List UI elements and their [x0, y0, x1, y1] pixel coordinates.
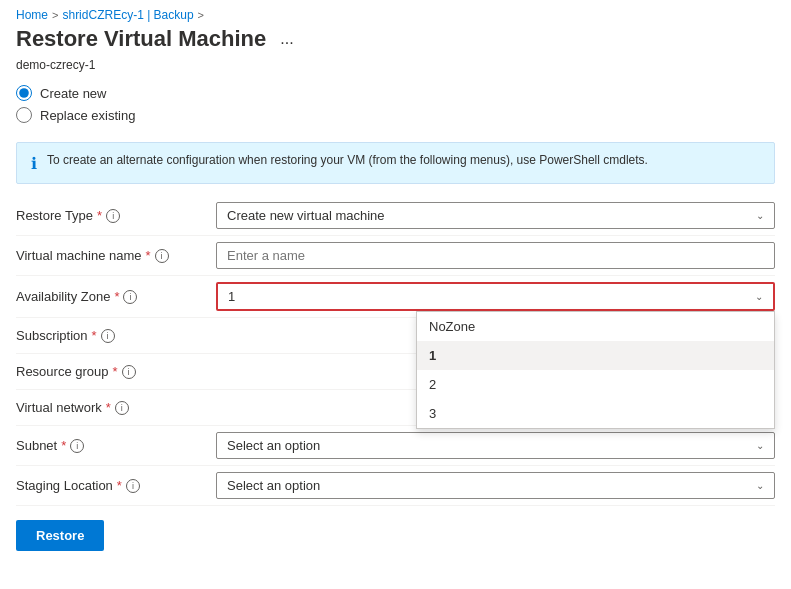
subscription-info-icon[interactable]: i — [101, 329, 115, 343]
staging-location-dropdown[interactable]: Select an option ⌄ — [216, 472, 775, 499]
staging-location-value: Select an option — [227, 478, 320, 493]
availability-zone-value: 1 — [228, 289, 235, 304]
restore-type-control: Create new virtual machine ⌄ — [216, 202, 775, 229]
az-option-nozone[interactable]: NoZone — [417, 312, 774, 341]
az-option-2[interactable]: 2 — [417, 370, 774, 399]
staging-location-label: Staging Location * i — [16, 478, 216, 493]
subnet-label: Subnet * i — [16, 438, 216, 453]
radio-replace-existing-label: Replace existing — [40, 108, 135, 123]
availability-zone-control: 1 ⌄ NoZone 1 2 3 — [216, 282, 775, 311]
required-asterisk-rg: * — [113, 364, 118, 379]
required-asterisk-vm: * — [146, 248, 151, 263]
availability-zone-dropdown[interactable]: 1 ⌄ — [216, 282, 775, 311]
subnet-info-icon[interactable]: i — [70, 439, 84, 453]
vm-name-input[interactable] — [216, 242, 775, 269]
restore-type-chevron: ⌄ — [756, 210, 764, 221]
resource-group-label: Resource group * i — [16, 364, 216, 379]
radio-replace-existing[interactable]: Replace existing — [16, 104, 775, 126]
breadcrumb: Home > shridCZREcy-1 | Backup > — [0, 0, 791, 26]
staging-location-control: Select an option ⌄ — [216, 472, 775, 499]
breadcrumb-sep-2: > — [198, 9, 204, 21]
breadcrumb-home[interactable]: Home — [16, 8, 48, 22]
staging-location-info-icon[interactable]: i — [126, 479, 140, 493]
restore-type-label: Restore Type * i — [16, 208, 216, 223]
ellipsis-button[interactable]: ... — [274, 28, 299, 50]
resource-group-info-icon[interactable]: i — [122, 365, 136, 379]
restore-button[interactable]: Restore — [16, 520, 104, 551]
required-asterisk-sub: * — [92, 328, 97, 343]
info-icon: ℹ — [31, 154, 37, 173]
form-row-vm-name: Virtual machine name * i — [16, 236, 775, 276]
form-row-restore-type: Restore Type * i Create new virtual mach… — [16, 196, 775, 236]
subnet-value: Select an option — [227, 438, 320, 453]
breadcrumb-sep-1: > — [52, 9, 58, 21]
restore-type-dropdown[interactable]: Create new virtual machine ⌄ — [216, 202, 775, 229]
subnet-control: Select an option ⌄ — [216, 432, 775, 459]
virtual-network-label: Virtual network * i — [16, 400, 216, 415]
required-asterisk-subnet: * — [61, 438, 66, 453]
required-asterisk: * — [97, 208, 102, 223]
radio-create-new-input[interactable] — [16, 85, 32, 101]
required-asterisk-vn: * — [106, 400, 111, 415]
form-row-subnet: Subnet * i Select an option ⌄ — [16, 426, 775, 466]
form-row-staging-location: Staging Location * i Select an option ⌄ — [16, 466, 775, 506]
restore-type-value: Create new virtual machine — [227, 208, 385, 223]
radio-group: Create new Replace existing — [0, 80, 791, 134]
radio-create-new-label: Create new — [40, 86, 106, 101]
form-row-availability-zone: Availability Zone * i 1 ⌄ NoZone 1 2 3 — [16, 276, 775, 318]
subnet-chevron: ⌄ — [756, 440, 764, 451]
staging-location-chevron: ⌄ — [756, 480, 764, 491]
page-header: Restore Virtual Machine ... — [0, 26, 791, 58]
az-option-1[interactable]: 1 — [417, 341, 774, 370]
subscription-label: Subscription * i — [16, 328, 216, 343]
required-asterisk-az: * — [114, 289, 119, 304]
page-title: Restore Virtual Machine — [16, 26, 266, 52]
availability-zone-chevron: ⌄ — [755, 291, 763, 302]
virtual-network-info-icon[interactable]: i — [115, 401, 129, 415]
radio-create-new[interactable]: Create new — [16, 82, 775, 104]
vm-name-info-icon[interactable]: i — [155, 249, 169, 263]
restore-type-info-icon[interactable]: i — [106, 209, 120, 223]
form-area: Restore Type * i Create new virtual mach… — [0, 196, 791, 506]
vm-name-label: Virtual machine name * i — [16, 248, 216, 263]
breadcrumb-machine[interactable]: shridCZREcy-1 | Backup — [62, 8, 193, 22]
availability-zone-menu: NoZone 1 2 3 — [416, 311, 775, 429]
sub-label: demo-czrecy-1 — [0, 58, 791, 80]
info-banner-text: To create an alternate configuration whe… — [47, 153, 648, 167]
az-option-3[interactable]: 3 — [417, 399, 774, 428]
availability-zone-info-icon[interactable]: i — [123, 290, 137, 304]
vm-name-control — [216, 242, 775, 269]
availability-zone-label: Availability Zone * i — [16, 289, 216, 304]
radio-replace-existing-input[interactable] — [16, 107, 32, 123]
subnet-dropdown[interactable]: Select an option ⌄ — [216, 432, 775, 459]
required-asterisk-sl: * — [117, 478, 122, 493]
info-banner: ℹ To create an alternate configuration w… — [16, 142, 775, 184]
